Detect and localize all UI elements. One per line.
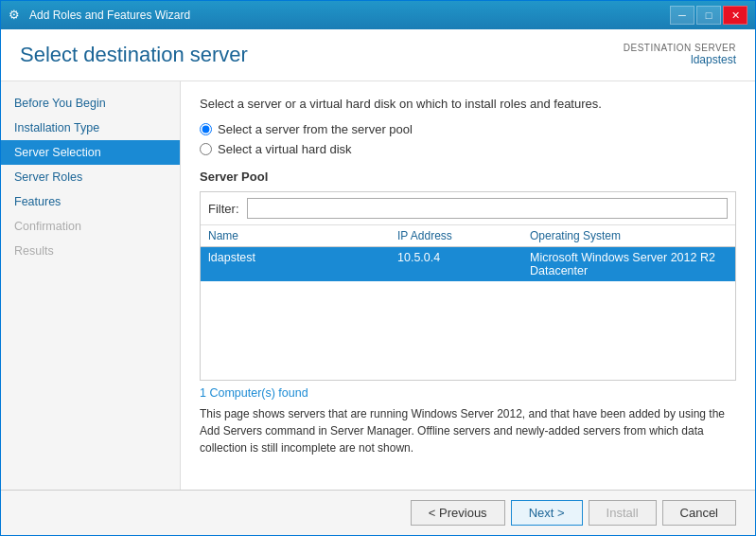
table-row[interactable]: ldapstest 10.5.0.4 Microsoft Windows Ser… bbox=[201, 247, 735, 281]
filter-row: Filter: bbox=[201, 192, 735, 225]
minimize-button[interactable]: ─ bbox=[670, 6, 694, 25]
sidebar-item-before-you-begin[interactable]: Before You Begin bbox=[1, 91, 180, 116]
radio-vhd[interactable] bbox=[200, 143, 212, 155]
destination-label: DESTINATION SERVER bbox=[624, 43, 736, 53]
install-button[interactable]: Install bbox=[589, 500, 657, 526]
radio-vhd-label[interactable]: Select a virtual hard disk bbox=[218, 142, 352, 156]
table-header: Name IP Address Operating System bbox=[201, 225, 735, 247]
radio-item-server-pool[interactable]: Select a server from the server pool bbox=[200, 122, 736, 136]
main-body: Before You Begin Installation Type Serve… bbox=[1, 81, 755, 490]
instruction-text: Select a server or a virtual hard disk o… bbox=[200, 97, 736, 111]
radio-server-pool[interactable] bbox=[200, 123, 212, 135]
found-text: 1 Computer(s) found bbox=[200, 381, 736, 402]
window-controls: ─ □ ✕ bbox=[670, 6, 747, 25]
sidebar-item-features[interactable]: Features bbox=[1, 189, 180, 214]
footer: < Previous Next > Install Cancel bbox=[1, 490, 755, 535]
title-bar-left: ⚙ Add Roles and Features Wizard bbox=[9, 8, 190, 23]
sidebar-item-installation-type[interactable]: Installation Type bbox=[1, 116, 180, 140]
sidebar-item-server-roles[interactable]: Server Roles bbox=[1, 165, 180, 189]
info-text: This page shows servers that are running… bbox=[200, 405, 736, 456]
app-window: ⚙ Add Roles and Features Wizard ─ □ ✕ Se… bbox=[0, 0, 756, 536]
col-header-name: Name bbox=[208, 229, 397, 242]
maximize-button[interactable]: □ bbox=[696, 6, 721, 25]
cell-name: ldapstest bbox=[208, 251, 397, 277]
col-header-os: Operating System bbox=[530, 229, 728, 242]
cancel-button[interactable]: Cancel bbox=[662, 500, 736, 526]
filter-input[interactable] bbox=[247, 198, 729, 219]
previous-button[interactable]: < Previous bbox=[411, 500, 505, 526]
next-button[interactable]: Next > bbox=[511, 500, 583, 526]
window-title: Add Roles and Features Wizard bbox=[29, 9, 190, 22]
radio-item-vhd[interactable]: Select a virtual hard disk bbox=[200, 142, 736, 156]
filter-label: Filter: bbox=[208, 202, 239, 216]
radio-group: Select a server from the server pool Sel… bbox=[200, 122, 736, 156]
title-bar: ⚙ Add Roles and Features Wizard ─ □ ✕ bbox=[1, 1, 755, 29]
cell-ip: 10.5.0.4 bbox=[397, 251, 530, 277]
page-title: Select destination server bbox=[20, 43, 248, 67]
content-area: Select destination server DESTINATION SE… bbox=[1, 29, 755, 535]
sidebar-item-results: Results bbox=[1, 239, 180, 263]
app-icon: ⚙ bbox=[9, 8, 24, 23]
radio-server-pool-label[interactable]: Select a server from the server pool bbox=[218, 122, 413, 136]
cell-os: Microsoft Windows Server 2012 R2 Datacen… bbox=[530, 251, 728, 277]
col-header-ip: IP Address bbox=[397, 229, 530, 242]
page-header: Select destination server DESTINATION SE… bbox=[1, 29, 755, 81]
server-pool-label: Server Pool bbox=[200, 170, 736, 184]
table-body: ldapstest 10.5.0.4 Microsoft Windows Ser… bbox=[201, 247, 735, 380]
destination-name: ldapstest bbox=[624, 53, 736, 66]
sidebar: Before You Begin Installation Type Serve… bbox=[1, 81, 181, 490]
server-pool-box: Filter: Name IP Address Operating System… bbox=[200, 191, 736, 381]
sidebar-item-confirmation: Confirmation bbox=[1, 214, 180, 239]
close-button[interactable]: ✕ bbox=[723, 6, 747, 25]
main-panel: Select a server or a virtual hard disk o… bbox=[181, 81, 755, 490]
destination-server: DESTINATION SERVER ldapstest bbox=[624, 43, 736, 66]
sidebar-item-server-selection[interactable]: Server Selection bbox=[1, 140, 180, 165]
